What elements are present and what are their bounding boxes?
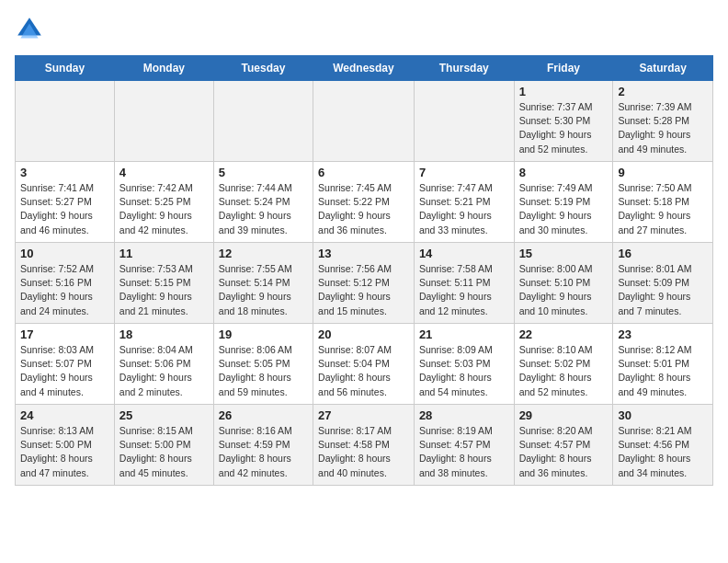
day-info: Sunrise: 8:00 AM Sunset: 5:10 PM Dayligh… <box>519 262 609 318</box>
day-number: 24 <box>20 408 109 422</box>
logo-icon <box>15 15 44 44</box>
calendar-cell: 1Sunrise: 7:37 AM Sunset: 5:30 PM Daylig… <box>514 81 613 162</box>
calendar-cell: 24Sunrise: 8:13 AM Sunset: 5:00 PM Dayli… <box>16 405 115 486</box>
calendar-cell: 3Sunrise: 7:41 AM Sunset: 5:27 PM Daylig… <box>16 162 115 243</box>
calendar-cell: 23Sunrise: 8:12 AM Sunset: 5:01 PM Dayli… <box>613 324 713 405</box>
day-number: 23 <box>618 327 708 341</box>
weekday-header-monday: Monday <box>114 56 213 81</box>
weekday-header-sunday: Sunday <box>16 56 115 81</box>
day-number: 15 <box>519 247 609 260</box>
day-info: Sunrise: 8:06 AM Sunset: 5:05 PM Dayligh… <box>219 343 308 399</box>
calendar-cell: 10Sunrise: 7:52 AM Sunset: 5:16 PM Dayli… <box>16 243 115 324</box>
day-info: Sunrise: 8:17 AM Sunset: 4:58 PM Dayligh… <box>318 424 409 480</box>
calendar-cell <box>16 81 115 162</box>
calendar-cell: 7Sunrise: 7:47 AM Sunset: 5:21 PM Daylig… <box>414 162 514 243</box>
day-info: Sunrise: 7:58 AM Sunset: 5:11 PM Dayligh… <box>419 262 509 318</box>
calendar-cell: 17Sunrise: 8:03 AM Sunset: 5:07 PM Dayli… <box>16 324 115 405</box>
calendar-cell: 5Sunrise: 7:44 AM Sunset: 5:24 PM Daylig… <box>213 162 313 243</box>
calendar-cell: 4Sunrise: 7:42 AM Sunset: 5:25 PM Daylig… <box>114 162 213 243</box>
calendar-cell: 18Sunrise: 8:04 AM Sunset: 5:06 PM Dayli… <box>114 324 213 405</box>
day-info: Sunrise: 7:44 AM Sunset: 5:24 PM Dayligh… <box>219 181 308 237</box>
day-number: 4 <box>119 166 209 179</box>
day-number: 5 <box>219 166 308 179</box>
calendar-table: SundayMondayTuesdayWednesdayThursdayFrid… <box>15 55 713 486</box>
calendar-week-4: 17Sunrise: 8:03 AM Sunset: 5:07 PM Dayli… <box>16 324 713 405</box>
day-number: 20 <box>318 327 409 341</box>
day-info: Sunrise: 7:45 AM Sunset: 5:22 PM Dayligh… <box>318 181 409 237</box>
calendar-cell: 9Sunrise: 7:50 AM Sunset: 5:18 PM Daylig… <box>613 162 713 243</box>
calendar-cell: 2Sunrise: 7:39 AM Sunset: 5:28 PM Daylig… <box>613 81 713 162</box>
day-number: 17 <box>20 327 109 341</box>
calendar-cell: 29Sunrise: 8:20 AM Sunset: 4:57 PM Dayli… <box>514 405 613 486</box>
day-info: Sunrise: 7:55 AM Sunset: 5:14 PM Dayligh… <box>219 262 308 318</box>
day-number: 12 <box>219 247 308 260</box>
weekday-header-row: SundayMondayTuesdayWednesdayThursdayFrid… <box>16 56 713 81</box>
day-info: Sunrise: 7:37 AM Sunset: 5:30 PM Dayligh… <box>519 100 609 156</box>
day-info: Sunrise: 8:07 AM Sunset: 5:04 PM Dayligh… <box>318 343 409 399</box>
day-number: 21 <box>419 327 509 341</box>
calendar-cell: 25Sunrise: 8:15 AM Sunset: 5:00 PM Dayli… <box>114 405 213 486</box>
day-info: Sunrise: 8:21 AM Sunset: 4:56 PM Dayligh… <box>618 424 708 480</box>
day-number: 27 <box>318 408 409 422</box>
day-info: Sunrise: 7:50 AM Sunset: 5:18 PM Dayligh… <box>618 181 708 237</box>
day-info: Sunrise: 8:15 AM Sunset: 5:00 PM Dayligh… <box>119 424 209 480</box>
day-number: 16 <box>618 247 708 260</box>
day-number: 2 <box>618 85 708 98</box>
calendar-cell: 14Sunrise: 7:58 AM Sunset: 5:11 PM Dayli… <box>414 243 514 324</box>
day-info: Sunrise: 7:52 AM Sunset: 5:16 PM Dayligh… <box>20 262 109 318</box>
day-info: Sunrise: 8:12 AM Sunset: 5:01 PM Dayligh… <box>618 343 708 399</box>
day-number: 10 <box>20 247 109 260</box>
calendar-week-2: 3Sunrise: 7:41 AM Sunset: 5:27 PM Daylig… <box>16 162 713 243</box>
weekday-header-saturday: Saturday <box>613 56 713 81</box>
calendar-week-3: 10Sunrise: 7:52 AM Sunset: 5:16 PM Dayli… <box>16 243 713 324</box>
calendar-cell: 6Sunrise: 7:45 AM Sunset: 5:22 PM Daylig… <box>313 162 415 243</box>
day-info: Sunrise: 8:19 AM Sunset: 4:57 PM Dayligh… <box>419 424 509 480</box>
day-number: 25 <box>119 408 209 422</box>
calendar-cell: 22Sunrise: 8:10 AM Sunset: 5:02 PM Dayli… <box>514 324 613 405</box>
calendar-cell: 26Sunrise: 8:16 AM Sunset: 4:59 PM Dayli… <box>213 405 313 486</box>
calendar-cell <box>313 81 415 162</box>
day-number: 1 <box>519 85 609 98</box>
day-number: 30 <box>618 408 708 422</box>
day-number: 22 <box>519 327 609 341</box>
weekday-header-wednesday: Wednesday <box>313 56 415 81</box>
calendar-cell <box>414 81 514 162</box>
calendar-header: SundayMondayTuesdayWednesdayThursdayFrid… <box>16 56 713 81</box>
calendar-cell: 8Sunrise: 7:49 AM Sunset: 5:19 PM Daylig… <box>514 162 613 243</box>
day-info: Sunrise: 7:42 AM Sunset: 5:25 PM Dayligh… <box>119 181 209 237</box>
page-header <box>15 15 713 44</box>
calendar-week-1: 1Sunrise: 7:37 AM Sunset: 5:30 PM Daylig… <box>16 81 713 162</box>
day-info: Sunrise: 8:13 AM Sunset: 5:00 PM Dayligh… <box>20 424 109 480</box>
calendar-cell: 27Sunrise: 8:17 AM Sunset: 4:58 PM Dayli… <box>313 405 415 486</box>
weekday-header-tuesday: Tuesday <box>213 56 313 81</box>
day-number: 26 <box>219 408 308 422</box>
calendar-cell: 19Sunrise: 8:06 AM Sunset: 5:05 PM Dayli… <box>213 324 313 405</box>
day-info: Sunrise: 8:01 AM Sunset: 5:09 PM Dayligh… <box>618 262 708 318</box>
day-number: 6 <box>318 166 409 179</box>
day-info: Sunrise: 8:20 AM Sunset: 4:57 PM Dayligh… <box>519 424 609 480</box>
weekday-header-thursday: Thursday <box>414 56 514 81</box>
day-number: 18 <box>119 327 209 341</box>
calendar-body: 1Sunrise: 7:37 AM Sunset: 5:30 PM Daylig… <box>16 81 713 486</box>
calendar-cell: 15Sunrise: 8:00 AM Sunset: 5:10 PM Dayli… <box>514 243 613 324</box>
day-number: 19 <box>219 327 308 341</box>
weekday-header-friday: Friday <box>514 56 613 81</box>
day-info: Sunrise: 8:04 AM Sunset: 5:06 PM Dayligh… <box>119 343 209 399</box>
day-info: Sunrise: 8:16 AM Sunset: 4:59 PM Dayligh… <box>219 424 308 480</box>
day-number: 13 <box>318 247 409 260</box>
calendar-cell: 28Sunrise: 8:19 AM Sunset: 4:57 PM Dayli… <box>414 405 514 486</box>
day-number: 9 <box>618 166 708 179</box>
day-info: Sunrise: 7:49 AM Sunset: 5:19 PM Dayligh… <box>519 181 609 237</box>
day-number: 11 <box>119 247 209 260</box>
calendar-cell: 13Sunrise: 7:56 AM Sunset: 5:12 PM Dayli… <box>313 243 415 324</box>
calendar-cell: 11Sunrise: 7:53 AM Sunset: 5:15 PM Dayli… <box>114 243 213 324</box>
day-info: Sunrise: 7:56 AM Sunset: 5:12 PM Dayligh… <box>318 262 409 318</box>
day-number: 29 <box>519 408 609 422</box>
day-info: Sunrise: 7:47 AM Sunset: 5:21 PM Dayligh… <box>419 181 509 237</box>
calendar-cell: 12Sunrise: 7:55 AM Sunset: 5:14 PM Dayli… <box>213 243 313 324</box>
day-number: 3 <box>20 166 109 179</box>
day-info: Sunrise: 8:03 AM Sunset: 5:07 PM Dayligh… <box>20 343 109 399</box>
day-info: Sunrise: 7:39 AM Sunset: 5:28 PM Dayligh… <box>618 100 708 156</box>
day-info: Sunrise: 7:53 AM Sunset: 5:15 PM Dayligh… <box>119 262 209 318</box>
calendar-cell <box>114 81 213 162</box>
